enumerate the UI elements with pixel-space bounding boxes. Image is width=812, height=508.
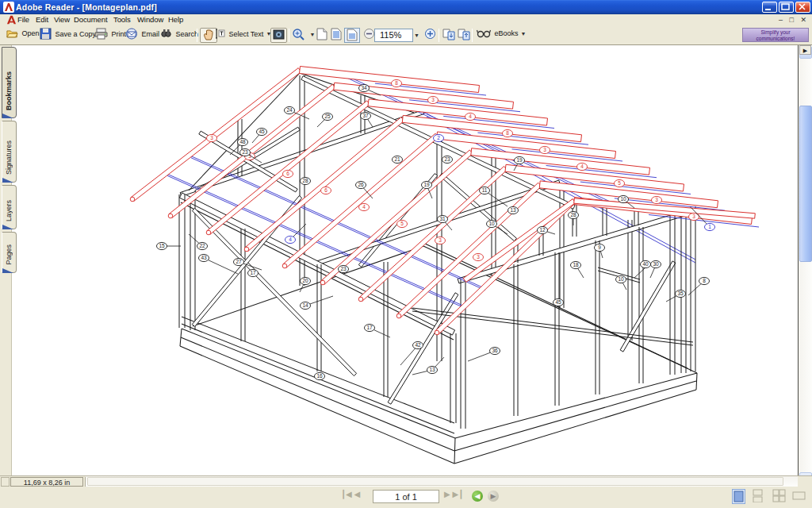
svg-text:1: 1 <box>708 224 711 229</box>
svg-text:37: 37 <box>362 113 369 118</box>
svg-text:3: 3 <box>210 135 213 140</box>
svg-text:28: 28 <box>302 178 308 183</box>
svg-text:10: 10 <box>488 221 495 226</box>
svg-text:20: 20 <box>302 278 308 283</box>
svg-text:48: 48 <box>239 139 246 144</box>
svg-text:10: 10 <box>620 196 626 202</box>
svg-text:15: 15 <box>159 243 165 248</box>
svg-text:19: 19 <box>516 157 523 163</box>
svg-text:34: 34 <box>361 85 367 90</box>
svg-text:6: 6 <box>286 171 289 176</box>
svg-text:25: 25 <box>324 114 331 119</box>
svg-text:5: 5 <box>618 180 621 186</box>
svg-text:8: 8 <box>703 278 706 283</box>
svg-text:30: 30 <box>653 261 659 267</box>
svg-text:11: 11 <box>482 187 488 193</box>
svg-text:3: 3 <box>692 214 695 219</box>
svg-text:2: 2 <box>437 135 440 140</box>
svg-text:3: 3 <box>543 147 546 152</box>
svg-text:23: 23 <box>340 266 347 271</box>
svg-text:10: 10 <box>618 276 624 282</box>
svg-text:18: 18 <box>573 262 579 267</box>
svg-text:5: 5 <box>400 221 404 226</box>
svg-text:13: 13 <box>510 207 516 213</box>
svg-text:36: 36 <box>492 348 498 353</box>
svg-text:14: 14 <box>302 302 308 308</box>
svg-text:4: 4 <box>289 237 292 242</box>
svg-text:27: 27 <box>236 259 242 264</box>
svg-text:31: 31 <box>439 216 446 221</box>
svg-text:3: 3 <box>431 97 435 102</box>
svg-text:45: 45 <box>259 129 265 134</box>
svg-text:22: 22 <box>199 243 205 248</box>
svg-text:6: 6 <box>324 187 327 193</box>
svg-text:21: 21 <box>394 156 400 162</box>
svg-text:16: 16 <box>316 373 323 379</box>
svg-text:12: 12 <box>539 227 546 233</box>
svg-text:42: 42 <box>415 342 421 348</box>
svg-text:4: 4 <box>580 164 584 169</box>
svg-text:23: 23 <box>242 149 248 155</box>
svg-text:40: 40 <box>642 261 649 267</box>
svg-text:19: 19 <box>423 182 430 187</box>
svg-text:3: 3 <box>439 237 442 243</box>
svg-text:45: 45 <box>555 299 561 305</box>
svg-text:9: 9 <box>598 244 601 250</box>
svg-text:3: 3 <box>477 254 480 260</box>
svg-text:17: 17 <box>366 325 373 330</box>
svg-text:8: 8 <box>506 130 509 136</box>
svg-text:8: 8 <box>395 80 398 86</box>
svg-text:28: 28 <box>570 212 576 217</box>
svg-text:35: 35 <box>677 291 684 296</box>
svg-text:13: 13 <box>429 367 435 372</box>
svg-text:17: 17 <box>250 270 256 275</box>
svg-text:26: 26 <box>358 182 364 187</box>
svg-text:4: 4 <box>362 204 366 210</box>
svg-text:3: 3 <box>655 197 658 202</box>
svg-text:24: 24 <box>286 107 293 113</box>
svg-text:23: 23 <box>444 156 450 162</box>
svg-text:4: 4 <box>469 114 472 119</box>
svg-text:43: 43 <box>201 255 207 260</box>
